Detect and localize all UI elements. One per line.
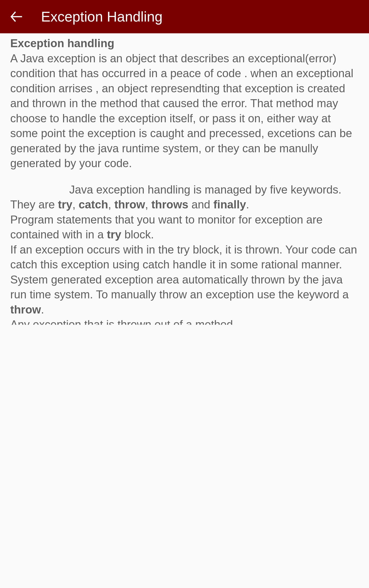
page-title: Exception Handling	[41, 8, 163, 25]
paragraph-2: Java exception handling is managed by fi…	[10, 182, 359, 212]
back-button[interactable]	[8, 8, 26, 26]
keyword-throws: throws	[151, 198, 188, 211]
keyword-finally: finally	[213, 198, 246, 211]
partial-line: Any exception that is thrown out of a me…	[10, 317, 359, 325]
keyword-throw: throw	[114, 198, 145, 211]
paragraph-3: Program statements that you want to moni…	[10, 212, 359, 242]
keyword-throw-2: throw	[10, 303, 41, 316]
app-header: Exception Handling	[0, 0, 369, 33]
arrow-left-icon	[9, 9, 24, 24]
keyword-catch: catch	[79, 198, 108, 211]
keyword-try: try	[58, 198, 72, 211]
content-heading: Exception handling	[10, 37, 114, 49]
paragraph-4: If an exception occurs with in the try b…	[10, 242, 359, 317]
content-area: Exception handling A Java exception is a…	[0, 33, 369, 335]
keyword-try-2: try	[107, 228, 121, 241]
paragraph-1: A Java exception is an object that descr…	[10, 52, 353, 170]
